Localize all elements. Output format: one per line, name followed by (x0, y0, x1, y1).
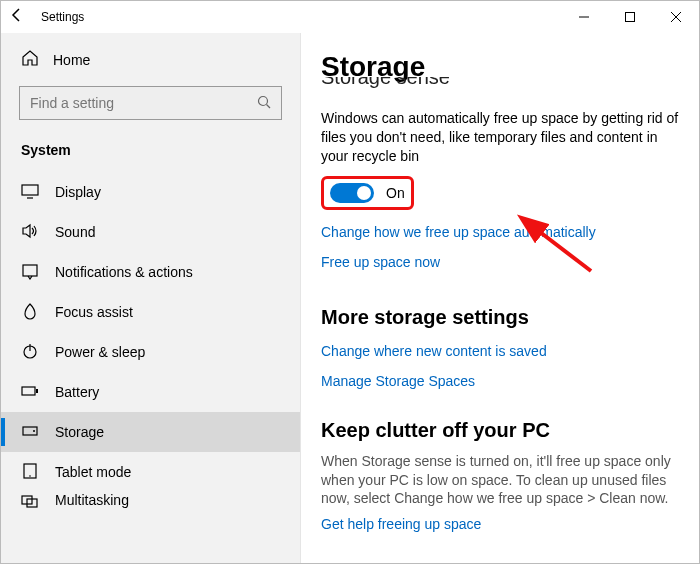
sidebar-item-storage[interactable]: Storage (1, 412, 300, 452)
close-button[interactable] (653, 1, 699, 33)
svg-rect-8 (23, 265, 37, 276)
sidebar-item-label: Battery (55, 384, 99, 400)
home-label: Home (53, 52, 90, 68)
sidebar-item-sound[interactable]: Sound (1, 212, 300, 252)
link-change-save-location[interactable]: Change where new content is saved (321, 343, 679, 359)
home-nav[interactable]: Home (1, 41, 300, 78)
sidebar-item-power-sleep[interactable]: Power & sleep (1, 332, 300, 372)
tablet-icon (21, 462, 39, 483)
svg-rect-11 (22, 387, 35, 395)
content-pane: Storage Storage sense Windows can automa… (301, 33, 699, 563)
notifications-icon (21, 262, 39, 283)
storage-sense-toggle[interactable] (330, 183, 374, 203)
svg-rect-12 (36, 389, 38, 393)
sidebar-item-tablet-mode[interactable]: Tablet mode (1, 452, 300, 492)
storage-sense-description: Windows can automatically free up space … (321, 109, 679, 166)
sidebar-item-multitasking[interactable]: Multitasking (1, 492, 300, 512)
storage-sense-heading: Storage sense (321, 77, 679, 89)
toggle-state-label: On (386, 185, 405, 201)
focus-assist-icon (21, 302, 39, 323)
power-icon (21, 342, 39, 363)
sidebar-item-label: Multitasking (55, 492, 129, 508)
window-title: Settings (41, 10, 84, 24)
sidebar-item-notifications[interactable]: Notifications & actions (1, 252, 300, 292)
sidebar-item-label: Display (55, 184, 101, 200)
annotation-highlight: On (321, 176, 414, 210)
link-manage-storage-spaces[interactable]: Manage Storage Spaces (321, 373, 679, 389)
sidebar-item-label: Tablet mode (55, 464, 131, 480)
svg-rect-1 (626, 13, 635, 22)
back-icon[interactable] (9, 7, 25, 27)
sidebar-item-battery[interactable]: Battery (1, 372, 300, 412)
sidebar: Home Find a setting System Display (1, 33, 301, 563)
svg-point-16 (29, 475, 31, 477)
sidebar-item-label: Power & sleep (55, 344, 145, 360)
sidebar-item-display[interactable]: Display (1, 172, 300, 212)
link-get-help[interactable]: Get help freeing up space (321, 516, 679, 532)
svg-line-5 (267, 104, 271, 108)
keep-clutter-description: When Storage sense is turned on, it'll f… (321, 452, 679, 509)
keep-clutter-heading: Keep clutter off your PC (321, 419, 679, 442)
battery-icon (21, 382, 39, 403)
maximize-button[interactable] (607, 1, 653, 33)
svg-rect-6 (22, 185, 38, 195)
sound-icon (21, 222, 39, 243)
sidebar-item-label: Sound (55, 224, 95, 240)
sidebar-category: System (1, 132, 300, 172)
sidebar-item-focus-assist[interactable]: Focus assist (1, 292, 300, 332)
sidebar-item-label: Focus assist (55, 304, 133, 320)
more-storage-heading: More storage settings (321, 306, 679, 329)
link-free-now[interactable]: Free up space now (321, 254, 679, 270)
svg-point-14 (33, 430, 35, 432)
titlebar: Settings (1, 1, 699, 33)
multitasking-icon (21, 492, 39, 513)
home-icon (21, 49, 39, 70)
storage-icon (21, 422, 39, 443)
display-icon (21, 182, 39, 203)
minimize-button[interactable] (561, 1, 607, 33)
link-change-auto[interactable]: Change how we free up space automaticall… (321, 224, 679, 240)
sidebar-item-label: Storage (55, 424, 104, 440)
search-input[interactable]: Find a setting (19, 86, 282, 120)
svg-point-4 (259, 96, 268, 105)
search-placeholder-text: Find a setting (30, 95, 114, 111)
search-icon (257, 95, 271, 112)
sidebar-item-label: Notifications & actions (55, 264, 193, 280)
